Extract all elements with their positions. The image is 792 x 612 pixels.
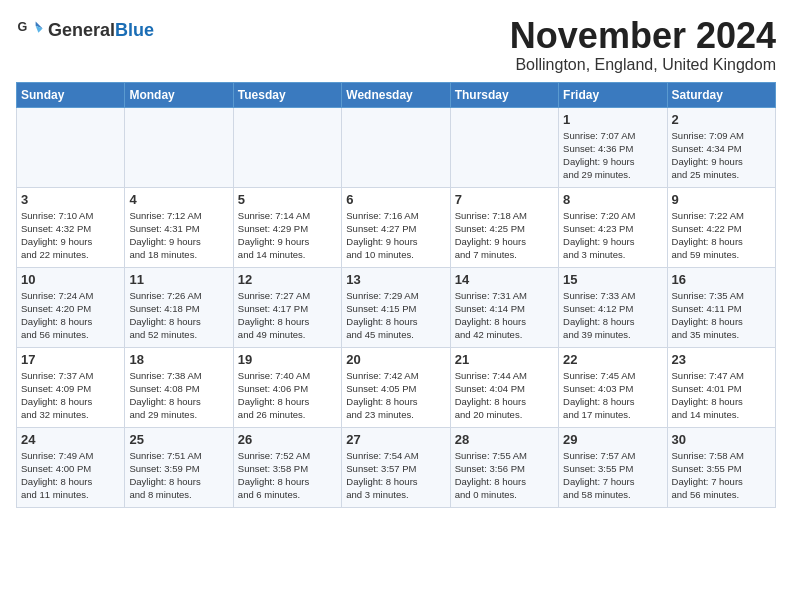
calendar-row: 3Sunrise: 7:10 AM Sunset: 4:32 PM Daylig… [17,187,776,267]
calendar-cell: 27Sunrise: 7:54 AM Sunset: 3:57 PM Dayli… [342,427,450,507]
calendar-cell: 6Sunrise: 7:16 AM Sunset: 4:27 PM Daylig… [342,187,450,267]
calendar-cell: 12Sunrise: 7:27 AM Sunset: 4:17 PM Dayli… [233,267,341,347]
day-number: 19 [238,352,337,367]
calendar-cell: 24Sunrise: 7:49 AM Sunset: 4:00 PM Dayli… [17,427,125,507]
logo-text-blue: Blue [115,20,154,40]
day-detail: Sunrise: 7:22 AM Sunset: 4:22 PM Dayligh… [672,209,771,262]
calendar-cell [450,107,558,187]
day-detail: Sunrise: 7:24 AM Sunset: 4:20 PM Dayligh… [21,289,120,342]
day-number: 13 [346,272,445,287]
calendar-cell: 15Sunrise: 7:33 AM Sunset: 4:12 PM Dayli… [559,267,667,347]
page-header: G GeneralBlue November 2024 Bollington, … [16,16,776,74]
day-number: 12 [238,272,337,287]
day-number: 4 [129,192,228,207]
day-number: 14 [455,272,554,287]
day-number: 17 [21,352,120,367]
location-title: Bollington, England, United Kingdom [510,56,776,74]
calendar-row: 24Sunrise: 7:49 AM Sunset: 4:00 PM Dayli… [17,427,776,507]
day-number: 1 [563,112,662,127]
calendar-cell: 5Sunrise: 7:14 AM Sunset: 4:29 PM Daylig… [233,187,341,267]
weekday-header: Sunday [17,82,125,107]
calendar-cell: 10Sunrise: 7:24 AM Sunset: 4:20 PM Dayli… [17,267,125,347]
day-detail: Sunrise: 7:29 AM Sunset: 4:15 PM Dayligh… [346,289,445,342]
day-detail: Sunrise: 7:27 AM Sunset: 4:17 PM Dayligh… [238,289,337,342]
day-number: 3 [21,192,120,207]
svg-text:G: G [17,20,27,34]
day-number: 22 [563,352,662,367]
day-detail: Sunrise: 7:42 AM Sunset: 4:05 PM Dayligh… [346,369,445,422]
day-detail: Sunrise: 7:51 AM Sunset: 3:59 PM Dayligh… [129,449,228,502]
day-number: 15 [563,272,662,287]
month-title: November 2024 [510,16,776,56]
calendar-cell: 18Sunrise: 7:38 AM Sunset: 4:08 PM Dayli… [125,347,233,427]
day-detail: Sunrise: 7:35 AM Sunset: 4:11 PM Dayligh… [672,289,771,342]
calendar-row: 10Sunrise: 7:24 AM Sunset: 4:20 PM Dayli… [17,267,776,347]
weekday-header: Wednesday [342,82,450,107]
day-detail: Sunrise: 7:14 AM Sunset: 4:29 PM Dayligh… [238,209,337,262]
calendar-cell: 14Sunrise: 7:31 AM Sunset: 4:14 PM Dayli… [450,267,558,347]
day-number: 16 [672,272,771,287]
calendar-cell: 20Sunrise: 7:42 AM Sunset: 4:05 PM Dayli… [342,347,450,427]
day-detail: Sunrise: 7:07 AM Sunset: 4:36 PM Dayligh… [563,129,662,182]
day-detail: Sunrise: 7:44 AM Sunset: 4:04 PM Dayligh… [455,369,554,422]
day-number: 7 [455,192,554,207]
day-number: 29 [563,432,662,447]
day-detail: Sunrise: 7:09 AM Sunset: 4:34 PM Dayligh… [672,129,771,182]
day-detail: Sunrise: 7:52 AM Sunset: 3:58 PM Dayligh… [238,449,337,502]
day-detail: Sunrise: 7:47 AM Sunset: 4:01 PM Dayligh… [672,369,771,422]
calendar-cell: 8Sunrise: 7:20 AM Sunset: 4:23 PM Daylig… [559,187,667,267]
day-detail: Sunrise: 7:49 AM Sunset: 4:00 PM Dayligh… [21,449,120,502]
day-number: 24 [21,432,120,447]
day-number: 5 [238,192,337,207]
day-number: 2 [672,112,771,127]
day-detail: Sunrise: 7:18 AM Sunset: 4:25 PM Dayligh… [455,209,554,262]
logo-text-general: General [48,20,115,40]
calendar-cell: 30Sunrise: 7:58 AM Sunset: 3:55 PM Dayli… [667,427,775,507]
day-detail: Sunrise: 7:58 AM Sunset: 3:55 PM Dayligh… [672,449,771,502]
day-detail: Sunrise: 7:38 AM Sunset: 4:08 PM Dayligh… [129,369,228,422]
day-number: 11 [129,272,228,287]
calendar-row: 17Sunrise: 7:37 AM Sunset: 4:09 PM Dayli… [17,347,776,427]
calendar-cell: 21Sunrise: 7:44 AM Sunset: 4:04 PM Dayli… [450,347,558,427]
calendar-cell: 1Sunrise: 7:07 AM Sunset: 4:36 PM Daylig… [559,107,667,187]
weekday-header: Thursday [450,82,558,107]
calendar-cell: 22Sunrise: 7:45 AM Sunset: 4:03 PM Dayli… [559,347,667,427]
calendar-cell: 25Sunrise: 7:51 AM Sunset: 3:59 PM Dayli… [125,427,233,507]
day-detail: Sunrise: 7:33 AM Sunset: 4:12 PM Dayligh… [563,289,662,342]
day-number: 9 [672,192,771,207]
day-detail: Sunrise: 7:10 AM Sunset: 4:32 PM Dayligh… [21,209,120,262]
weekday-header: Monday [125,82,233,107]
day-number: 8 [563,192,662,207]
day-detail: Sunrise: 7:20 AM Sunset: 4:23 PM Dayligh… [563,209,662,262]
calendar-cell: 16Sunrise: 7:35 AM Sunset: 4:11 PM Dayli… [667,267,775,347]
calendar-cell: 3Sunrise: 7:10 AM Sunset: 4:32 PM Daylig… [17,187,125,267]
day-number: 26 [238,432,337,447]
calendar-cell: 13Sunrise: 7:29 AM Sunset: 4:15 PM Dayli… [342,267,450,347]
logo-icon: G [16,16,44,44]
calendar-cell [233,107,341,187]
calendar-cell: 23Sunrise: 7:47 AM Sunset: 4:01 PM Dayli… [667,347,775,427]
calendar-cell: 7Sunrise: 7:18 AM Sunset: 4:25 PM Daylig… [450,187,558,267]
calendar-cell [17,107,125,187]
calendar-cell: 17Sunrise: 7:37 AM Sunset: 4:09 PM Dayli… [17,347,125,427]
day-detail: Sunrise: 7:55 AM Sunset: 3:56 PM Dayligh… [455,449,554,502]
weekday-header: Tuesday [233,82,341,107]
day-detail: Sunrise: 7:45 AM Sunset: 4:03 PM Dayligh… [563,369,662,422]
calendar-cell: 11Sunrise: 7:26 AM Sunset: 4:18 PM Dayli… [125,267,233,347]
day-number: 21 [455,352,554,367]
logo: G GeneralBlue [16,16,154,44]
day-detail: Sunrise: 7:54 AM Sunset: 3:57 PM Dayligh… [346,449,445,502]
calendar-header-row: SundayMondayTuesdayWednesdayThursdayFrid… [17,82,776,107]
weekday-header: Saturday [667,82,775,107]
calendar-cell: 29Sunrise: 7:57 AM Sunset: 3:55 PM Dayli… [559,427,667,507]
day-number: 30 [672,432,771,447]
day-detail: Sunrise: 7:57 AM Sunset: 3:55 PM Dayligh… [563,449,662,502]
day-number: 18 [129,352,228,367]
day-number: 23 [672,352,771,367]
calendar-cell: 9Sunrise: 7:22 AM Sunset: 4:22 PM Daylig… [667,187,775,267]
day-number: 25 [129,432,228,447]
weekday-header: Friday [559,82,667,107]
day-detail: Sunrise: 7:37 AM Sunset: 4:09 PM Dayligh… [21,369,120,422]
calendar-cell: 4Sunrise: 7:12 AM Sunset: 4:31 PM Daylig… [125,187,233,267]
day-number: 6 [346,192,445,207]
